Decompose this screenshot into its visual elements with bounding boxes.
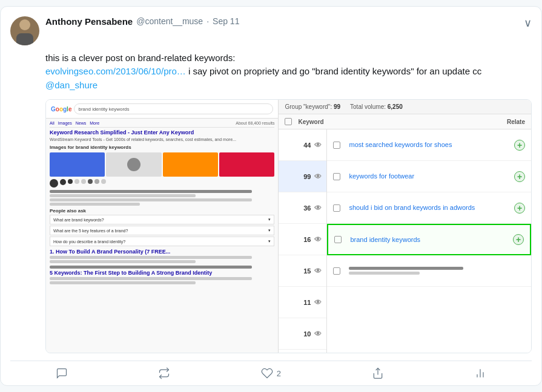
eye-icon: 👁 — [314, 235, 322, 244]
nav-images[interactable]: Images — [58, 121, 72, 125]
keyword-text — [349, 266, 525, 276]
keyword-tool-panel: Group "keyword": 99 Total volume: 6,250 … — [279, 100, 531, 353]
keyword-col-header: Keyword — [298, 119, 486, 125]
tweet-image: Google brand identity keywords All Image… — [45, 99, 532, 353]
tweet-text: this is a clever post on brand-related k… — [10, 51, 532, 93]
keyword-checkbox[interactable] — [333, 267, 340, 275]
paa-item[interactable]: How do you describe a brand identity? ▾ — [50, 237, 274, 246]
reply-action[interactable] — [56, 367, 68, 379]
dot — [101, 179, 106, 184]
paa-item[interactable]: What are the 5 key features of a brand? … — [50, 226, 274, 235]
text-line — [50, 256, 252, 259]
retweet-action[interactable] — [158, 367, 170, 379]
related-col-header: Relate — [489, 119, 525, 125]
keyword-text[interactable]: should i bid on brand keywords in adword… — [349, 203, 509, 212]
google-search-box: brand identity keywords — [74, 103, 273, 114]
paa-text: What are the 5 key features of a brand? — [53, 229, 128, 233]
dots-visualization — [50, 179, 274, 188]
volume-row: 36 👁 — [279, 192, 326, 224]
user-handle[interactable]: @content__muse — [136, 16, 203, 26]
keyword-stats-header: Group "keyword": 99 Total volume: 6,250 — [279, 100, 531, 114]
eye-icon: 👁 — [314, 298, 322, 307]
dot — [88, 179, 93, 184]
column-headers: Keyword Relate — [279, 114, 531, 129]
text-line — [349, 272, 419, 275]
paa-item[interactable]: What are brand keywords? ▾ — [50, 215, 274, 224]
paa-text: What are brand keywords? — [53, 218, 104, 222]
keyword-checkbox[interactable] — [333, 142, 340, 149]
images-grid — [50, 152, 274, 177]
add-keyword-button[interactable]: + — [514, 171, 525, 182]
dot — [94, 179, 99, 184]
keyword-text[interactable]: most searched keywords for shoes — [349, 140, 509, 149]
text-line — [50, 194, 196, 197]
text-line — [50, 277, 252, 280]
nav-all[interactable]: All — [50, 121, 55, 125]
keyword-checkbox[interactable] — [334, 236, 342, 243]
tweet-text-part2: i say pivot on propriety and go "brand i… — [186, 66, 481, 76]
user-name: Anthony Pensabene — [45, 16, 133, 27]
group-stat: Group "keyword": 99 — [285, 103, 340, 110]
share-action[interactable] — [372, 367, 384, 379]
volume-row: 44 👁 — [279, 129, 326, 161]
keyword-text[interactable]: keywords for footwear — [349, 172, 509, 181]
volume-row: 10 👁 — [279, 350, 326, 353]
avatar-body — [16, 33, 33, 45]
result-title-1[interactable]: Keyword Research Simplified - Just Enter… — [50, 129, 274, 136]
keyword-content: 44 👁 99 👁 36 👁 16 👁 — [279, 129, 531, 353]
group-value: 99 — [334, 103, 340, 110]
keyword-checkbox[interactable] — [333, 204, 340, 212]
keyword-stats: Group "keyword": 99 Total volume: 6,250 — [285, 103, 402, 110]
text-line — [349, 267, 463, 270]
tweet-mention[interactable]: @dan_shure — [45, 80, 97, 90]
eye-icon: 👁 — [314, 330, 322, 338]
like-action[interactable]: 2 — [261, 367, 281, 379]
add-keyword-button[interactable]: + — [514, 140, 525, 151]
volume-row: 10 👁 — [279, 318, 326, 350]
dot — [60, 179, 66, 185]
share-icon — [372, 367, 384, 379]
volume-value: 10 — [303, 330, 311, 338]
more-results: 1. How To Build A Brand Personality (7 F… — [50, 249, 274, 284]
add-keyword-button[interactable]: + — [514, 203, 525, 214]
tweet-date-value: Sep 11 — [213, 16, 239, 26]
people-also-ask: People also ask What are brand keywords?… — [50, 208, 274, 246]
total-value: 6,250 — [388, 103, 403, 110]
google-bar: Google brand identity keywords — [46, 100, 278, 119]
paa-text: How do you describe a brand identity? — [53, 240, 125, 244]
volume-row-highlighted: 99 👁 — [279, 161, 326, 192]
avatar-image — [10, 16, 39, 45]
text-line — [50, 266, 252, 269]
analytics-action[interactable] — [474, 367, 486, 379]
result-desc-1: WordStream Keyword Tools - Get 1000s of … — [50, 137, 274, 142]
keyword-row — [327, 255, 531, 287]
keyword-row: keywords for footwear + — [327, 161, 531, 192]
chevron-down-icon[interactable]: ∨ — [524, 16, 532, 30]
nav-news[interactable]: News — [76, 121, 87, 125]
keyword-row: should i bid on brand keywords in adword… — [327, 192, 531, 224]
google-screenshot: Google brand identity keywords All Image… — [46, 100, 279, 353]
add-keyword-button[interactable]: + — [513, 234, 524, 245]
search-text: brand identity keywords — [78, 106, 129, 112]
results-count: About 68,400 results — [236, 121, 274, 125]
name-row: Anthony Pensabene @content__muse · Sep 1… — [45, 16, 524, 27]
text-line — [50, 260, 196, 263]
expand-icon: ▾ — [268, 217, 271, 222]
images-label: Images for brand identity keywords — [50, 145, 274, 150]
user-info: Anthony Pensabene @content__muse · Sep 1… — [45, 16, 524, 27]
select-all-checkbox[interactable] — [285, 118, 292, 125]
result-title-3[interactable]: 5 Keywords: The First Step to Building A… — [50, 270, 274, 276]
retweet-icon — [158, 367, 170, 379]
result-title-2[interactable]: 1. How To Build A Brand Personality (7 F… — [50, 249, 274, 255]
keyword-text[interactable]: brand identity keywords — [350, 235, 508, 244]
volume-stat: Total volume: 6,250 — [350, 103, 403, 110]
analytics-icon — [474, 367, 486, 379]
dot — [68, 179, 73, 184]
volume-row: 16 👁 — [279, 224, 326, 255]
volume-value: 11 — [303, 299, 311, 306]
tweet-date: · — [207, 16, 209, 26]
keyword-checkbox[interactable] — [333, 173, 340, 180]
tweet-link[interactable]: evolvingseo.com/2013/06/10/pro… — [45, 66, 186, 76]
nav-more[interactable]: More — [90, 121, 99, 125]
volume-value: 36 — [303, 204, 311, 212]
